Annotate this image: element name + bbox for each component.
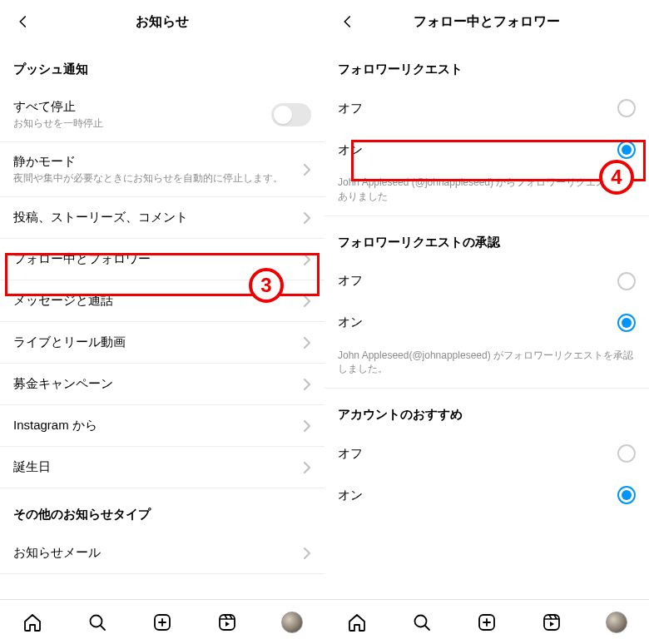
chevron-right-icon [303, 211, 311, 225]
profile-tab[interactable] [606, 612, 627, 633]
footer [0, 599, 649, 644]
radio-on[interactable] [617, 314, 636, 332]
left-header: お知らせ [0, 0, 324, 43]
pause-all-label: すべて停止 [13, 99, 271, 115]
chevron-right-icon [303, 419, 311, 433]
section-push: プッシュ通知 [0, 43, 324, 87]
svg-line-7 [425, 626, 429, 630]
row-quiet-mode[interactable]: 静かモード 夜間や集中が必要なときにお知らせを自動的に停止します。 [0, 142, 324, 197]
radio-off[interactable] [617, 272, 636, 290]
radio-on[interactable] [617, 141, 636, 159]
create-tab[interactable] [476, 612, 498, 633]
page-title: お知らせ [0, 13, 324, 31]
radio-row-approval-off[interactable]: オフ [324, 260, 649, 302]
chevron-right-icon [303, 253, 311, 266]
radio-row-suggest-off[interactable]: オフ [324, 433, 649, 474]
pause-all-sub: お知らせを一時停止 [13, 116, 271, 130]
row-email-notifications[interactable]: お知らせメール [0, 533, 324, 574]
radio-row-follower-req-off[interactable]: オフ [324, 87, 649, 129]
tabbar-right [324, 599, 649, 644]
option-label-off: オフ [338, 273, 617, 289]
svg-rect-11 [544, 615, 559, 630]
option-label-on: オン [338, 488, 617, 503]
search-tab[interactable] [87, 612, 108, 633]
radio-row-approval-on[interactable]: オン [324, 302, 649, 344]
search-tab[interactable] [411, 612, 433, 633]
home-tab[interactable] [346, 612, 368, 633]
row-following-followers[interactable]: フォロー中とフォロワー [0, 239, 324, 280]
radio-off[interactable] [617, 99, 636, 117]
svg-line-1 [101, 626, 105, 630]
back-button[interactable] [10, 8, 37, 35]
reels-tab[interactable] [216, 612, 238, 633]
chevron-right-icon [303, 295, 311, 308]
chevron-left-icon [340, 14, 355, 29]
plus-square-icon [152, 612, 172, 632]
svg-rect-5 [220, 615, 235, 630]
row-label: ライブとリール動画 [13, 334, 296, 350]
home-icon [22, 612, 42, 632]
tabbar-left [0, 599, 324, 644]
row-label: 誕生日 [13, 459, 296, 475]
screen-notifications: お知らせ プッシュ通知 すべて停止 お知らせを一時停止 静かモード 夜間や集中が… [0, 0, 324, 599]
option-label-off: オフ [338, 446, 617, 462]
home-tab[interactable] [22, 612, 43, 633]
approval-desc: John Appleseed(@johnappleseed) がフォロワーリクエ… [324, 344, 649, 389]
radio-row-suggest-on[interactable]: オン [324, 474, 649, 516]
row-live-reels[interactable]: ライブとリール動画 [0, 322, 324, 364]
section-account-suggestions: アカウントのおすすめ [324, 389, 649, 433]
right-header: フォロー中とフォロワー [324, 0, 649, 43]
quiet-mode-sub: 夜間や集中が必要なときにお知らせを自動的に停止します。 [13, 171, 296, 185]
radio-row-follower-req-on[interactable]: オン [324, 129, 649, 171]
quiet-mode-label: 静かモード [13, 154, 296, 170]
row-label: Instagram から [13, 418, 296, 433]
reels-icon [542, 612, 562, 632]
reels-icon [217, 612, 237, 632]
section-other: その他のお知らせタイプ [0, 488, 324, 533]
row-label: お知らせメール [13, 545, 296, 561]
profile-tab[interactable] [281, 612, 303, 633]
pause-all-toggle[interactable] [271, 103, 311, 126]
radio-on[interactable] [617, 486, 636, 504]
radio-off[interactable] [617, 444, 636, 463]
row-label: メッセージと通話 [13, 293, 296, 309]
search-icon [412, 612, 432, 632]
reels-tab[interactable] [541, 612, 562, 633]
option-label-on: オン [338, 142, 617, 158]
chevron-right-icon [303, 336, 311, 349]
option-label-off: オフ [338, 101, 617, 116]
plus-square-icon [477, 612, 497, 632]
row-from-instagram[interactable]: Instagram から [0, 405, 324, 447]
screen-following-followers: フォロー中とフォロワー フォロワーリクエスト オフ オン John Apples… [324, 0, 649, 599]
row-label: 投稿、ストーリーズ、コメント [13, 210, 296, 225]
chevron-right-icon [303, 461, 311, 474]
option-label-on: オン [338, 315, 617, 330]
row-label: フォロー中とフォロワー [13, 251, 296, 267]
row-messages-calls[interactable]: メッセージと通話 [0, 280, 324, 322]
row-birthdays[interactable]: 誕生日 [0, 447, 324, 488]
avatar-icon [606, 612, 627, 633]
follower-req-desc: John Appleseed (@johnappleseed) からフォロワーリ… [324, 171, 649, 216]
create-tab[interactable] [151, 612, 173, 633]
row-posts-stories[interactable]: 投稿、ストーリーズ、コメント [0, 197, 324, 239]
row-pause-all[interactable]: すべて停止 お知らせを一時停止 [0, 87, 324, 142]
home-icon [347, 612, 367, 632]
row-label: 募金キャンペーン [13, 376, 296, 392]
section-request-approval: フォロワーリクエストの承認 [324, 216, 649, 260]
back-button[interactable] [334, 8, 361, 35]
chevron-right-icon [303, 547, 311, 560]
row-fundraising[interactable]: 募金キャンペーン [0, 364, 324, 405]
chevron-left-icon [16, 14, 31, 29]
search-icon [87, 612, 107, 632]
section-follower-requests: フォロワーリクエスト [324, 43, 649, 87]
page-title: フォロー中とフォロワー [324, 13, 649, 31]
chevron-right-icon [303, 378, 311, 391]
chevron-right-icon [303, 163, 311, 176]
avatar-icon [281, 612, 303, 633]
